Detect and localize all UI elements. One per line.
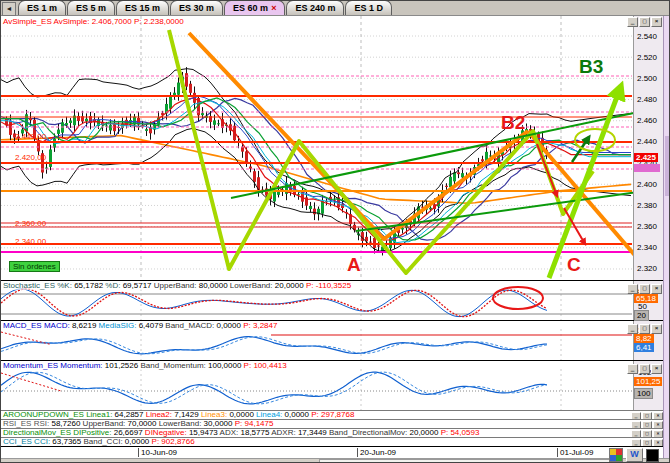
visualchart-logo-icon[interactable]: W (626, 448, 643, 462)
annotation-b3: B3 (579, 56, 603, 78)
price-axis: 2.5402.5202.5002.4802.4602.4402.4202.400… (633, 16, 664, 280)
maximize-button[interactable]: □ (639, 364, 650, 374)
price-tick: 2.460 (637, 116, 657, 125)
close-button[interactable]: × (651, 284, 662, 294)
avsimple-indicator-label: AvSimple_ES AvSimple: 2.406,7000 P: 2.23… (3, 17, 184, 26)
maximize-button[interactable]: □ (639, 17, 650, 27)
chart-tab-bar: ◄ ES 1 mES 5 mES 15 mES 30 mES 60 m×ES 2… (1, 1, 669, 16)
close-button[interactable]: × (651, 364, 662, 374)
momentum-value-badge: 101,25 (634, 377, 662, 386)
momentum-band-badge: 100 (634, 388, 653, 399)
price-tick: 2.320 (637, 264, 657, 273)
level-price-label: 2.360,00 (15, 219, 46, 228)
trading-app-window: ◄ ES 1 mES 5 mES 15 mES 30 mES 60 m×ES 2… (0, 0, 670, 463)
main-chart-window-controls: _ □ × (627, 17, 662, 27)
vertical-scrollbar-thumb[interactable] (665, 136, 670, 196)
macd-label: MACD_ES MACD: 8,6219 MediaSIG: 6,4079 Ba… (3, 321, 277, 330)
price-tick: 2.340 (637, 243, 657, 252)
horizontal-scrollbar-thumb[interactable] (319, 459, 621, 463)
level-price-label: 2.420,00 (15, 153, 46, 162)
minimize-button[interactable]: _ (627, 284, 638, 294)
tab-es-1-m[interactable]: ES 1 m (18, 0, 66, 15)
price-tick: 2.380 (637, 201, 657, 210)
price-tick: 2.540 (637, 32, 657, 41)
price-tick: 2.520 (637, 53, 657, 62)
minimize-button[interactable]: _ (627, 364, 638, 374)
cci-label: CCI_ES CCI: 63,7365 Band_CCI: 0,0000 P: … (3, 437, 195, 446)
black-square-icon[interactable] (646, 449, 659, 462)
tab-close-icon[interactable]: × (271, 2, 276, 14)
main-chart-window: AvSimple_ES AvSimple: 2.406,7000 P: 2.23… (1, 16, 670, 280)
tab-strip: ES 1 mES 5 mES 15 mES 30 mES 60 m×ES 240… (18, 0, 393, 15)
rsi-row: RSI_ES RSI: 58,7260 UpperBand: 70,0000 L… (1, 419, 670, 428)
magenta-level-badge (634, 164, 660, 172)
last-price-badge: 2.425 (634, 153, 658, 162)
momentum-window-controls: _ □ × (627, 364, 662, 374)
status-icons: W (609, 448, 659, 462)
level-price-label: 2.340,00 (15, 237, 46, 246)
stochastic-window-controls: _ □ × (627, 284, 662, 294)
minimize-button[interactable]: _ (627, 324, 638, 334)
aroon-label: AROONUPDOWN_ES Linea1: 64,2857 Linea2: 7… (3, 410, 354, 419)
macd-value-badge: 8,82 (634, 334, 654, 343)
maximize-button[interactable]: □ (639, 284, 650, 294)
rsi-label: RSI_ES RSI: 58,7260 UpperBand: 70,0000 L… (3, 419, 273, 428)
tab-es-60-m[interactable]: ES 60 m× (224, 0, 285, 15)
macd-signal-badge: 6,41 (634, 343, 654, 352)
minimize-button[interactable]: _ (627, 17, 638, 27)
close-button[interactable]: × (651, 324, 662, 334)
cci-row: CCI_ES CCI: 63,7365 Band_CCI: 0,0000 P: … (1, 437, 670, 446)
date-tick: 10-Jun-09 (138, 448, 177, 457)
annotation-b2: B2 (501, 112, 525, 134)
tab-es-5-m[interactable]: ES 5 m (67, 0, 115, 15)
price-tick: 2.500 (637, 74, 657, 83)
tab-scroll-left-button[interactable]: ◄ (2, 2, 16, 16)
price-tick: 2.360 (637, 222, 657, 231)
time-axis: 10-Jun-0920-Jun-0901-Jul-09 (1, 446, 670, 458)
main-price-plot[interactable] (1, 16, 670, 280)
no-orders-badge[interactable]: Sin órdenes (9, 261, 60, 272)
stochastic-label: Stochastic_ES %K: 65,1782 %D: 69,5717 Up… (3, 281, 351, 290)
momentum-panel: Momentum_ES Momentum: 101,2526 Band_Mome… (1, 360, 670, 410)
close-button[interactable]: × (651, 17, 662, 27)
momentum-label: Momentum_ES Momentum: 101,2526 Band_Mome… (3, 361, 287, 370)
directional-mov-label: DirectionalMov_ES DIPositive: 26,6697 DI… (3, 428, 479, 437)
vertical-scrollbar-track[interactable] (663, 16, 670, 458)
tab-es-1-d[interactable]: ES 1 D (345, 0, 392, 15)
price-tick: 2.400 (637, 180, 657, 189)
aroon-row: AROONUPDOWN_ES Linea1: 64,2857 Linea2: 7… (1, 410, 670, 419)
maximize-button[interactable]: □ (639, 324, 650, 334)
annotation-c: C (567, 254, 581, 276)
tab-es-240-m[interactable]: ES 240 m (286, 0, 344, 15)
date-tick: 20-Jun-09 (357, 448, 396, 457)
annotation-a: A (347, 254, 361, 276)
macd-panel: MACD_ES MACD: 8,6219 MediaSIG: 6,4079 Ba… (1, 320, 670, 360)
chart-pinwheel-icon[interactable] (609, 448, 623, 462)
price-tick: 2.440 (637, 137, 657, 146)
stoch-band-badge: 20 (634, 310, 649, 321)
tab-es-30-m[interactable]: ES 30 m (170, 0, 223, 15)
stochastic-panel: Stochastic_ES %K: 65,1782 %D: 69,5717 Up… (1, 280, 670, 320)
price-tick: 2.480 (637, 95, 657, 104)
level-price-label: 2.440,00 (15, 132, 46, 141)
tab-es-15-m[interactable]: ES 15 m (116, 0, 169, 15)
directional-mov-row: DirectionalMov_ES DIPositive: 26,6697 DI… (1, 428, 670, 437)
date-tick: 01-Jul-09 (557, 448, 593, 457)
macd-window-controls: _ □ × (627, 324, 662, 334)
